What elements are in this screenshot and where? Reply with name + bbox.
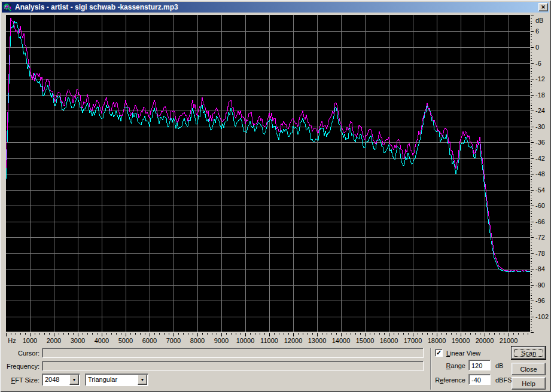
- x-tick-label: 4000: [95, 337, 109, 344]
- y-tick-label: -12: [535, 75, 545, 82]
- fft-size-select[interactable]: 2048 ▼: [42, 373, 80, 386]
- y-tick-label: -54: [535, 186, 545, 194]
- close-dialog-button[interactable]: Close: [512, 363, 546, 375]
- cursor-readout: 13510 Hz, L=-33.28 dB, R=-31.19 dB: [42, 348, 424, 358]
- window-title: Analysis - artist - sigi schwab -kassens…: [15, 3, 178, 11]
- range-unit-label: dB: [495, 362, 503, 369]
- y-tick-label: -6: [535, 60, 541, 67]
- linear-view-checkbox[interactable]: ✓: [435, 349, 443, 357]
- frequency-label: Frequency:: [5, 363, 39, 370]
- chevron-down-icon: ▼: [72, 378, 77, 382]
- cursor-value: 13510 Hz, L=-33.28 dB, R=-31.19 dB: [52, 357, 161, 358]
- reference-label: Reference: [419, 376, 465, 384]
- close-button[interactable]: ✕: [538, 3, 548, 11]
- y-tick-label: -60: [535, 202, 545, 209]
- x-tick-label: 8000: [190, 337, 205, 344]
- fft-size-value: 2048: [45, 376, 59, 383]
- x-tick-label: 3000: [71, 337, 85, 344]
- x-tick-label: 15000: [356, 337, 375, 344]
- scan-button[interactable]: Scan: [512, 347, 546, 359]
- x-tick-label: 20000: [476, 337, 494, 344]
- reference-input[interactable]: [468, 374, 491, 385]
- frequency-value: L= 81.562 Hz (E2 -17), R= 80.48 Hz (E2 -…: [52, 370, 185, 371]
- x-tick-label: 14000: [332, 337, 351, 344]
- x-tick-label: 18000: [428, 337, 446, 344]
- x-tick-label: 6000: [142, 337, 157, 344]
- linear-view-label: Linear View: [446, 350, 480, 357]
- help-button[interactable]: Help: [512, 377, 546, 390]
- fft-window-value: Triangular: [88, 376, 117, 383]
- y-tick-label: -72: [535, 234, 545, 241]
- x-tick-label: 11000: [260, 337, 278, 344]
- y-tick-label: -42: [535, 155, 545, 162]
- x-tick-label: 13000: [308, 337, 327, 344]
- y-tick-label: -30: [535, 123, 545, 130]
- app-icon[interactable]: [3, 2, 13, 12]
- check-icon: ✓: [436, 349, 442, 356]
- y-tick-label: -36: [535, 139, 545, 146]
- x-tick-label: 16000: [380, 337, 398, 344]
- plot-background: [6, 15, 530, 332]
- y-tick-label: -90: [535, 281, 545, 289]
- x-tick-label: 19000: [452, 337, 470, 344]
- range-input[interactable]: [468, 360, 491, 370]
- frequency-readout: L= 81.562 Hz (E2 -17), R= 80.48 Hz (E2 -…: [42, 361, 424, 371]
- x-tick-label: 17000: [404, 337, 422, 344]
- spectrum-plot[interactable]: Hz10002000300040005000600070008000900010…: [5, 14, 551, 347]
- x-tick-label: 12000: [284, 337, 303, 344]
- cursor-label: Cursor:: [5, 350, 39, 357]
- fft-window-dropdown-button[interactable]: ▼: [138, 375, 147, 385]
- y-tick-label: -102: [535, 313, 549, 320]
- y-tick-label: -84: [535, 265, 545, 272]
- fft-size-dropdown-button[interactable]: ▼: [69, 375, 79, 385]
- y-tick-label: 0: [535, 44, 539, 51]
- x-axis-unit: Hz: [8, 337, 16, 344]
- spectrum-svg: Hz10002000300040005000600070008000900010…: [5, 14, 551, 347]
- y-tick-label: -18: [535, 91, 545, 99]
- x-tick-label: 2000: [47, 337, 61, 344]
- x-tick-label: 5000: [118, 337, 133, 344]
- x-tick-label: 1000: [23, 337, 37, 344]
- range-label: Range: [419, 362, 465, 369]
- close-icon: ✕: [541, 4, 546, 10]
- fft-size-label: FFT Size:: [5, 376, 39, 384]
- x-tick-label: 21000: [500, 337, 518, 344]
- y-tick-label: -96: [535, 297, 545, 304]
- analysis-window: Analysis - artist - sigi schwab -kassens…: [0, 0, 551, 392]
- chevron-down-icon: ▼: [141, 378, 145, 382]
- x-tick-label: 7000: [166, 337, 181, 344]
- reference-unit-label: dBFS: [495, 376, 512, 384]
- y-tick-label: -66: [535, 218, 545, 225]
- x-tick-label: 10000: [236, 337, 255, 344]
- y-axis-unit: dB: [535, 17, 543, 24]
- fft-window-select[interactable]: Triangular ▼: [85, 373, 148, 386]
- y-tick-label: -48: [535, 170, 545, 177]
- y-tick-label: -78: [535, 250, 545, 257]
- y-tick-label: 6: [535, 27, 539, 35]
- y-tick-label: -24: [535, 107, 545, 114]
- title-bar[interactable]: Analysis - artist - sigi schwab -kassens…: [2, 2, 549, 13]
- x-tick-label: 9000: [214, 337, 229, 344]
